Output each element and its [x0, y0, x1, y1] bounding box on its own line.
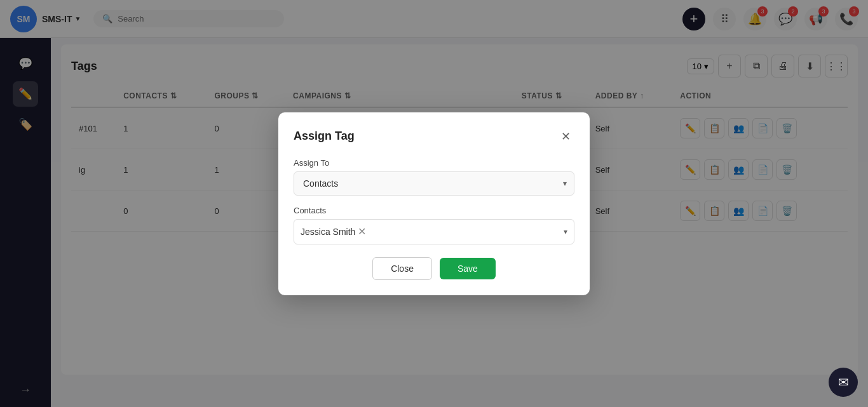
modal-close-button[interactable]: ✕ [557, 128, 574, 145]
assign-to-label: Assign To [294, 158, 574, 168]
modal-title: Assign Tag [294, 130, 355, 143]
contacts-multi-select[interactable]: Jessica Smith ✕ ▾ [294, 219, 574, 244]
contacts-chevron-icon[interactable]: ▾ [564, 227, 567, 236]
chat-widget-icon: ✉ [838, 375, 849, 390]
modal-body: Assign To Contacts Groups Campaigns ▾ Co… [294, 158, 574, 244]
contacts-label: Contacts [294, 206, 574, 215]
modal-footer: Close Save [294, 257, 574, 280]
contacts-group: Contacts Jessica Smith ✕ ▾ [294, 206, 574, 244]
assign-tag-modal: Assign Tag ✕ Assign To Contacts Groups C… [278, 112, 590, 295]
save-button[interactable]: Save [440, 258, 496, 279]
close-button[interactable]: Close [372, 257, 432, 280]
modal-header: Assign Tag ✕ [294, 128, 574, 145]
modal-overlay[interactable]: Assign Tag ✕ Assign To Contacts Groups C… [0, 0, 868, 407]
chat-widget-button[interactable]: ✉ [829, 368, 858, 397]
assign-to-select-wrapper: Contacts Groups Campaigns ▾ [294, 171, 574, 196]
assign-to-select[interactable]: Contacts Groups Campaigns [294, 171, 574, 196]
remove-contact-btn[interactable]: ✕ [358, 227, 366, 237]
selected-contact-tag: Jessica Smith ✕ [301, 227, 564, 237]
selected-contact-name: Jessica Smith [301, 227, 355, 237]
assign-to-group: Assign To Contacts Groups Campaigns ▾ [294, 158, 574, 196]
